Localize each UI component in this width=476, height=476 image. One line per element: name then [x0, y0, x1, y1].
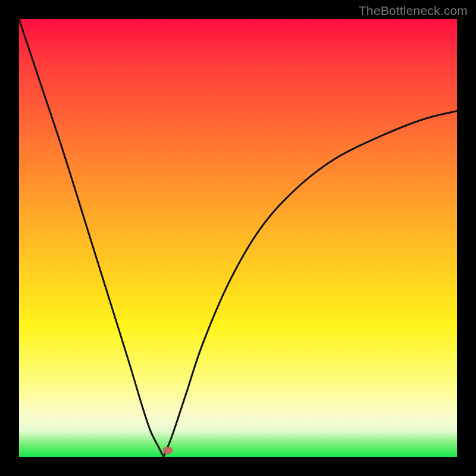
optimal-marker [163, 447, 173, 454]
plot-area [19, 19, 457, 457]
background-gradient [19, 19, 457, 457]
chart-frame: TheBottleneck.com [0, 0, 476, 476]
attribution-text: TheBottleneck.com [359, 4, 468, 18]
